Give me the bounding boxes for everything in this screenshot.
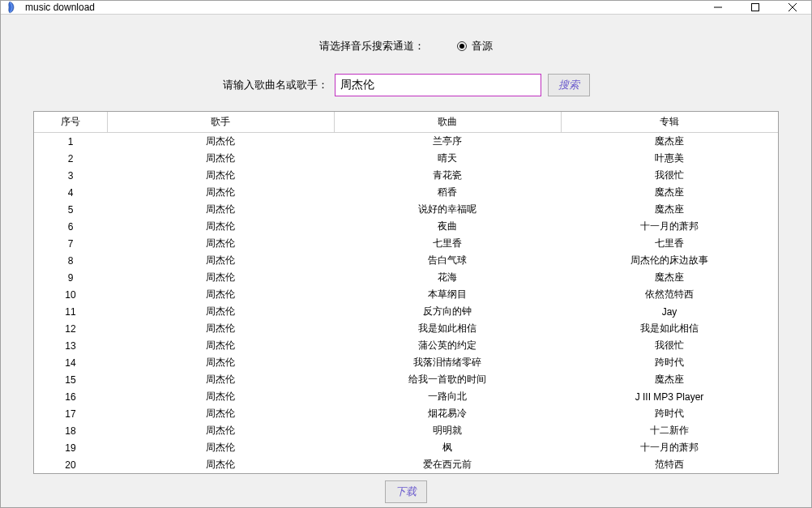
cell-idx: 16 <box>34 388 107 405</box>
cell-idx: 2 <box>34 150 107 167</box>
table-row[interactable]: 8周杰伦告白气球周杰伦的床边故事 <box>34 252 778 269</box>
titlebar: music download <box>1 1 811 15</box>
cell-album: 跨时代 <box>561 354 778 371</box>
cell-artist: 周杰伦 <box>107 218 334 235</box>
source-radio-option[interactable]: 音源 <box>457 39 493 53</box>
cell-idx: 3 <box>34 167 107 184</box>
cell-idx: 11 <box>34 303 107 320</box>
table-row[interactable]: 10周杰伦本草纲目依然范特西 <box>34 286 778 303</box>
cell-artist: 周杰伦 <box>107 439 334 456</box>
cell-artist: 周杰伦 <box>107 150 334 167</box>
header-song[interactable]: 歌曲 <box>334 112 561 133</box>
search-input[interactable] <box>335 74 541 96</box>
cell-idx: 7 <box>34 235 107 252</box>
cell-idx: 15 <box>34 371 107 388</box>
results-table[interactable]: 序号 歌手 歌曲 专辑 1周杰伦兰亭序魔杰座2周杰伦晴天叶惠美3周杰伦青花瓷我很… <box>34 112 778 473</box>
cell-album: 魔杰座 <box>561 201 778 218</box>
window-title: music download <box>25 2 699 13</box>
cell-song: 夜曲 <box>334 218 561 235</box>
window-controls <box>699 1 811 14</box>
table-row[interactable]: 1周杰伦兰亭序魔杰座 <box>34 133 778 151</box>
cell-idx: 13 <box>34 337 107 354</box>
table-row[interactable]: 17周杰伦烟花易冷跨时代 <box>34 405 778 422</box>
cell-song: 明明就 <box>334 422 561 439</box>
table-row[interactable]: 6周杰伦夜曲十一月的萧邦 <box>34 218 778 235</box>
minimize-button[interactable] <box>699 1 737 14</box>
svg-rect-1 <box>752 4 759 11</box>
cell-artist: 周杰伦 <box>107 252 334 269</box>
table-row[interactable]: 2周杰伦晴天叶惠美 <box>34 150 778 167</box>
table-row[interactable]: 4周杰伦稻香魔杰座 <box>34 184 778 201</box>
cell-idx: 9 <box>34 269 107 286</box>
cell-album: 范特西 <box>561 456 778 473</box>
table-row[interactable]: 16周杰伦一路向北J III MP3 Player <box>34 388 778 405</box>
search-row: 请输入歌曲名或歌手： 搜索 <box>223 74 590 96</box>
cell-artist: 周杰伦 <box>107 354 334 371</box>
cell-idx: 20 <box>34 456 107 473</box>
table-row[interactable]: 9周杰伦花海魔杰座 <box>34 269 778 286</box>
cell-artist: 周杰伦 <box>107 337 334 354</box>
maximize-button[interactable] <box>737 1 774 14</box>
cell-album: J III MP3 Player <box>561 388 778 405</box>
table-row[interactable]: 15周杰伦给我一首歌的时间魔杰座 <box>34 371 778 388</box>
cell-album: 我很忙 <box>561 167 778 184</box>
cell-album: 依然范特西 <box>561 286 778 303</box>
cell-idx: 18 <box>34 422 107 439</box>
cell-song: 晴天 <box>334 150 561 167</box>
table-row[interactable]: 20周杰伦爱在西元前范特西 <box>34 456 778 473</box>
cell-song: 爱在西元前 <box>334 456 561 473</box>
cell-album: 魔杰座 <box>561 371 778 388</box>
table-header-row: 序号 歌手 歌曲 专辑 <box>34 112 778 133</box>
cell-song: 稻香 <box>334 184 561 201</box>
table-row[interactable]: 7周杰伦七里香七里香 <box>34 235 778 252</box>
cell-artist: 周杰伦 <box>107 235 334 252</box>
main-content: 请选择音乐搜索通道： 音源 请输入歌曲名或歌手： 搜索 序号 歌手 歌曲 专辑 <box>1 15 811 508</box>
results-table-wrap: 序号 歌手 歌曲 专辑 1周杰伦兰亭序魔杰座2周杰伦晴天叶惠美3周杰伦青花瓷我很… <box>33 111 779 474</box>
table-row[interactable]: 19周杰伦枫十一月的萧邦 <box>34 439 778 456</box>
cell-song: 给我一首歌的时间 <box>334 371 561 388</box>
application-window: music download 请选择音乐搜索通道： 音源 请输入歌曲名或歌手： … <box>0 0 812 508</box>
cell-song: 烟花易冷 <box>334 405 561 422</box>
cell-artist: 周杰伦 <box>107 371 334 388</box>
cell-album: 跨时代 <box>561 405 778 422</box>
download-row: 下载 <box>385 480 427 503</box>
radio-icon <box>457 41 467 51</box>
download-button[interactable]: 下载 <box>385 480 427 503</box>
cell-idx: 12 <box>34 320 107 337</box>
cell-song: 告白气球 <box>334 252 561 269</box>
cell-album: 周杰伦的床边故事 <box>561 252 778 269</box>
cell-song: 兰亭序 <box>334 133 561 151</box>
table-row[interactable]: 5周杰伦说好的幸福呢魔杰座 <box>34 201 778 218</box>
close-button[interactable] <box>774 1 811 14</box>
header-album[interactable]: 专辑 <box>561 112 778 133</box>
cell-idx: 19 <box>34 439 107 456</box>
app-icon <box>7 1 20 14</box>
search-button[interactable]: 搜索 <box>548 74 590 96</box>
table-row[interactable]: 14周杰伦我落泪情绪零碎跨时代 <box>34 354 778 371</box>
cell-album: 我很忙 <box>561 337 778 354</box>
cell-song: 我落泪情绪零碎 <box>334 354 561 371</box>
cell-album: 十一月的萧邦 <box>561 439 778 456</box>
cell-artist: 周杰伦 <box>107 269 334 286</box>
cell-idx: 6 <box>34 218 107 235</box>
table-row[interactable]: 12周杰伦我是如此相信我是如此相信 <box>34 320 778 337</box>
table-row[interactable]: 13周杰伦蒲公英的约定我很忙 <box>34 337 778 354</box>
cell-song: 青花瓷 <box>334 167 561 184</box>
header-artist[interactable]: 歌手 <box>107 112 334 133</box>
cell-artist: 周杰伦 <box>107 184 334 201</box>
table-row[interactable]: 18周杰伦明明就十二新作 <box>34 422 778 439</box>
cell-artist: 周杰伦 <box>107 133 334 151</box>
source-label: 请选择音乐搜索通道： <box>319 39 425 53</box>
cell-album: 魔杰座 <box>561 184 778 201</box>
cell-artist: 周杰伦 <box>107 320 334 337</box>
cell-idx: 1 <box>34 133 107 151</box>
table-row[interactable]: 3周杰伦青花瓷我很忙 <box>34 167 778 184</box>
cell-idx: 4 <box>34 184 107 201</box>
table-row[interactable]: 11周杰伦反方向的钟Jay <box>34 303 778 320</box>
radio-label: 音源 <box>472 39 493 53</box>
cell-song: 蒲公英的约定 <box>334 337 561 354</box>
source-row: 请选择音乐搜索通道： 音源 <box>319 39 493 53</box>
header-idx[interactable]: 序号 <box>34 112 107 133</box>
cell-song: 说好的幸福呢 <box>334 201 561 218</box>
cell-idx: 8 <box>34 252 107 269</box>
